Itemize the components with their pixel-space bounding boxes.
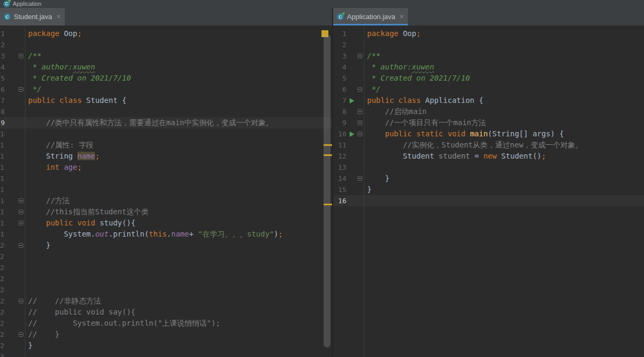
line-number[interactable]: 6 (0, 84, 5, 95)
line-number[interactable]: 24 (0, 284, 5, 295)
fold-marker[interactable] (19, 198, 23, 203)
run-button[interactable] (350, 98, 354, 103)
code-line[interactable]: 15} (333, 184, 644, 195)
code-editor-left[interactable]: 1package Oop;23/**4 * author:xuwen5 * Cr… (0, 25, 332, 357)
line-number[interactable]: 13 (0, 162, 5, 173)
code-line[interactable]: 9 //类中只有属性和方法，需要通过在main中实例化，变成一个对象。 (0, 117, 332, 128)
line-number[interactable]: 28 (0, 329, 5, 340)
code-line[interactable]: 11 //实例化，Student从类，通过new，变成一个对象。 (333, 140, 644, 151)
code-line[interactable]: 6 */ (0, 84, 332, 95)
code-line[interactable]: 30 (0, 351, 332, 357)
code-line[interactable]: 24 (0, 284, 332, 295)
code-line[interactable]: 8 (0, 106, 332, 117)
fold-marker[interactable] (19, 210, 23, 214)
line-number[interactable]: 22 (0, 262, 5, 273)
line-number[interactable]: 29 (0, 340, 5, 351)
line-number[interactable]: 4 (333, 62, 346, 73)
code-line[interactable]: 21 (0, 251, 332, 262)
code-line[interactable]: 13 (333, 162, 644, 173)
line-number[interactable]: 12 (333, 151, 346, 162)
line-number[interactable]: 26 (0, 307, 5, 318)
line-number[interactable]: 17 (0, 206, 5, 217)
fold-marker[interactable] (19, 243, 23, 248)
line-number[interactable]: 16 (0, 195, 5, 206)
line-number[interactable]: 15 (333, 184, 346, 195)
code-line[interactable]: 1package Oop; (0, 28, 332, 39)
run-button[interactable] (350, 132, 354, 137)
code-line[interactable]: 20 } (0, 240, 332, 251)
fold-marker[interactable] (19, 54, 23, 58)
code-line[interactable]: 26// public void say(){ (0, 307, 332, 318)
code-line[interactable]: 4 * author:xuwen (333, 62, 644, 73)
line-number[interactable]: 3 (333, 50, 346, 62)
code-line[interactable]: 3/** (0, 50, 332, 62)
code-line[interactable]: 3/** (333, 50, 644, 62)
line-number[interactable]: 16 (333, 195, 346, 206)
code-line[interactable]: 16 (333, 195, 644, 206)
line-number[interactable]: 12 (0, 151, 5, 162)
code-line[interactable]: 27// System.out.println("上课说悄悄话"); (0, 318, 332, 329)
code-line[interactable]: 23 (0, 273, 332, 284)
fold-marker[interactable] (19, 332, 23, 337)
fold-marker[interactable] (19, 87, 23, 92)
fold-marker[interactable] (358, 176, 362, 181)
fold-marker[interactable] (358, 87, 362, 92)
code-line[interactable]: 29} (0, 340, 332, 351)
line-number[interactable]: 8 (333, 106, 346, 117)
line-number[interactable]: 25 (0, 295, 5, 307)
warning-stripe-marker[interactable] (324, 154, 332, 156)
line-number[interactable]: 14 (0, 173, 5, 184)
line-number[interactable]: 30 (0, 351, 5, 357)
code-editor-right[interactable]: 1package Oop;23/**4 * author:xuwen5 * Cr… (333, 25, 644, 357)
code-line[interactable]: 15 (0, 184, 332, 195)
code-line[interactable]: 7public class Application { (333, 95, 644, 106)
line-number[interactable]: 27 (0, 318, 5, 329)
code-line[interactable]: 13 int age; (0, 162, 332, 173)
code-line[interactable]: 5 * Created on 2021/7/10 (0, 73, 332, 84)
code-line[interactable]: 2 (333, 39, 644, 50)
line-number[interactable]: 5 (0, 73, 5, 84)
code-line[interactable]: 22 (0, 262, 332, 273)
line-number[interactable]: 9 (0, 117, 5, 128)
line-number[interactable]: 1 (0, 28, 5, 39)
line-number[interactable]: 11 (0, 140, 5, 151)
code-line[interactable]: 10 (0, 128, 332, 140)
code-line[interactable]: 19 System.out.println(this.name+ "在学习。。。… (0, 229, 332, 240)
code-line[interactable]: 5 * Created on 2021/7/10 (333, 73, 644, 84)
code-line[interactable]: 1package Oop; (333, 28, 644, 39)
line-number[interactable]: 2 (0, 39, 5, 50)
code-line[interactable]: 7public class Student { (0, 95, 332, 106)
code-line[interactable]: 6 */ (333, 84, 644, 95)
line-number[interactable]: 8 (0, 106, 5, 117)
code-line[interactable]: 16 //方法 (0, 195, 332, 206)
line-number[interactable]: 21 (0, 251, 5, 262)
fold-marker[interactable] (358, 109, 362, 114)
code-line[interactable]: 12 Student student = new Student(); (333, 151, 644, 162)
line-number[interactable]: 7 (333, 95, 346, 106)
code-line[interactable]: 18 public void study(){ (0, 217, 332, 229)
line-number[interactable]: 3 (0, 50, 5, 62)
line-number[interactable]: 2 (333, 39, 346, 50)
close-icon[interactable]: × (56, 13, 60, 20)
warning-stripe-marker[interactable] (324, 144, 332, 146)
line-number[interactable]: 13 (333, 162, 346, 173)
code-line[interactable]: 28// } (0, 329, 332, 340)
tab-application-java[interactable]: C Application.java × (333, 8, 408, 25)
warning-stripe-marker[interactable] (324, 204, 332, 205)
tab-student-java[interactable]: C Student.java × (0, 8, 65, 25)
line-number[interactable]: 18 (0, 217, 5, 229)
fold-marker[interactable] (358, 120, 362, 125)
code-line[interactable]: 25// //非静态方法 (0, 295, 332, 307)
line-number[interactable]: 5 (333, 73, 346, 84)
close-icon[interactable]: × (399, 13, 404, 20)
line-number[interactable]: 1 (333, 28, 346, 39)
line-number[interactable]: 11 (333, 140, 346, 151)
fold-marker[interactable] (358, 132, 362, 136)
code-line[interactable]: 8 //启动main (333, 106, 644, 117)
line-number[interactable]: 6 (333, 84, 346, 95)
code-line[interactable]: 14 (0, 173, 332, 184)
fold-marker[interactable] (19, 299, 23, 303)
breadcrumb-item[interactable]: Application (13, 0, 41, 8)
line-number[interactable]: 15 (0, 184, 5, 195)
line-number[interactable]: 4 (0, 62, 5, 73)
